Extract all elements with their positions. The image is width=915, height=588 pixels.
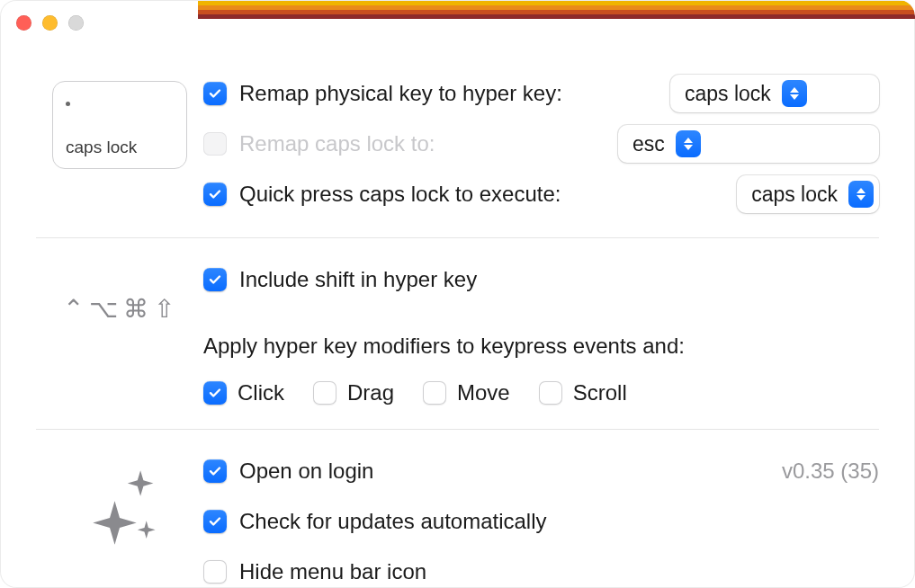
remap-physical-select[interactable]: caps lock	[670, 75, 879, 112]
remap-capslock-checkbox	[203, 132, 227, 156]
hide-menubar-label: Hide menu bar icon	[239, 559, 426, 584]
checkmark-icon	[208, 86, 222, 101]
quick-press-checkbox[interactable]	[203, 183, 227, 206]
select-stepper-icon	[676, 130, 701, 157]
apply-move-label: Move	[457, 380, 510, 405]
key-preview-label: caps lock	[66, 138, 137, 157]
apply-modifiers-options: Click Drag Move Scroll	[203, 380, 879, 405]
modifier-glyphs-icon: ⌃⌥⌘⇧	[63, 267, 176, 324]
check-updates-label: Check for updates automatically	[239, 509, 547, 534]
checkmark-icon	[208, 187, 222, 201]
remap-capslock-select-value: esc	[632, 132, 665, 156]
apply-scroll-checkbox[interactable]	[539, 381, 562, 405]
decorative-stripes	[198, 0, 915, 22]
check-updates-checkbox[interactable]	[203, 510, 227, 533]
quick-press-select[interactable]: caps lock	[737, 175, 879, 213]
checkmark-icon	[208, 514, 222, 529]
select-stepper-icon	[782, 80, 807, 107]
remap-capslock-label: Remap caps lock to:	[239, 131, 435, 156]
open-on-login-checkbox[interactable]	[203, 459, 227, 483]
apply-drag-checkbox[interactable]	[313, 381, 336, 405]
select-stepper-icon	[848, 181, 874, 208]
preferences-window: caps lock Remap physical key to hyper ke…	[0, 0, 915, 588]
quick-press-label: Quick press caps lock to execute:	[239, 182, 561, 207]
key-led-indicator-icon	[66, 102, 70, 106]
checkmark-icon	[208, 272, 222, 287]
apply-click-checkbox[interactable]	[203, 381, 227, 405]
quick-press-select-value: caps lock	[751, 183, 838, 207]
apply-click-label: Click	[238, 380, 284, 405]
include-shift-checkbox[interactable]	[203, 268, 227, 291]
minimize-window-button[interactable]	[42, 15, 58, 31]
hide-menubar-checkbox[interactable]	[203, 560, 227, 584]
remap-physical-checkbox[interactable]	[203, 82, 227, 105]
key-preview-tile: caps lock	[52, 81, 187, 169]
apply-modifiers-label: Apply hyper key modifiers to keypress ev…	[203, 334, 685, 359]
remap-capslock-select[interactable]: esc	[618, 125, 879, 163]
zoom-window-button[interactable]	[68, 15, 84, 31]
remap-physical-select-value: caps lock	[685, 82, 771, 106]
include-shift-label: Include shift in hyper key	[239, 267, 477, 292]
apply-move-checkbox[interactable]	[423, 381, 446, 405]
window-controls	[16, 15, 84, 31]
apply-scroll-label: Scroll	[573, 380, 627, 405]
version-label: v0.35 (35)	[782, 459, 879, 484]
apply-drag-label: Drag	[347, 380, 394, 405]
open-on-login-label: Open on login	[239, 459, 373, 484]
titlebar	[0, 0, 915, 45]
section-remap: caps lock Remap physical key to hyper ke…	[36, 52, 879, 238]
close-window-button[interactable]	[16, 15, 31, 31]
section-modifiers: ⌃⌥⌘⇧ Include shift in hyper key Apply hy…	[36, 238, 879, 430]
checkmark-icon	[208, 464, 222, 478]
checkmark-icon	[208, 386, 222, 400]
remap-physical-label: Remap physical key to hyper key:	[239, 81, 562, 106]
section-misc: Open on login v0.35 (35) Check for updat…	[36, 430, 879, 588]
sparkles-icon	[70, 459, 169, 557]
